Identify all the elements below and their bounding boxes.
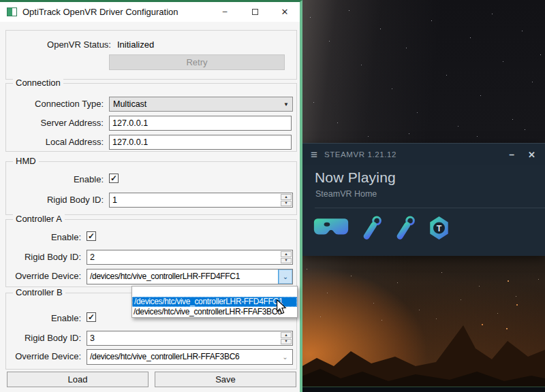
- close-button[interactable]: ✕: [528, 150, 535, 159]
- hmd-group: HMD Enable: ✓ Rigid Body ID: ▲ ▼: [5, 161, 297, 215]
- spin-down-icon[interactable]: ▼: [281, 339, 292, 345]
- controller-b-id-input[interactable]: [87, 331, 292, 345]
- maximize-box: [252, 9, 258, 15]
- optitrack-window: OptiTrack OpenVR Driver Configuration – …: [0, 0, 302, 392]
- controller-a-enable-label: Enable:: [6, 232, 81, 242]
- combo-arrow-icon: ▼: [280, 101, 292, 108]
- app-icon: [7, 7, 17, 16]
- controller-icon[interactable]: [362, 216, 382, 240]
- controller-b-id-field-box: ▲ ▼: [87, 331, 293, 346]
- hmd-group-title: HMD: [13, 157, 39, 166]
- steamvr-window: ≡ STEAMVR 1.21.12 – ✕ Now Playing SteamV…: [302, 143, 545, 256]
- hmd-id-input[interactable]: [110, 193, 292, 207]
- tracker-letter: T: [437, 224, 442, 233]
- separator: [315, 208, 545, 208]
- tracker-icon[interactable]: T: [429, 216, 450, 240]
- minimize-icon[interactable]: –: [210, 2, 240, 22]
- retry-button[interactable]: Retry: [109, 54, 285, 70]
- hmd-enable-label: Enable:: [6, 174, 104, 184]
- controller-b-enable-label: Enable:: [6, 313, 81, 323]
- controller-a-enable-checkbox[interactable]: ✓: [87, 231, 96, 241]
- server-address-input[interactable]: [110, 116, 291, 130]
- controller-a-id-label: Rigid Body ID:: [6, 252, 81, 262]
- status-group: OpenVR Status: Initialized Retry: [5, 30, 297, 80]
- spin-down-icon[interactable]: ▼: [281, 201, 292, 207]
- hmd-id-field-box: ▲ ▼: [109, 193, 293, 208]
- controller-a-override-value: /devices/htc/vive_controllerLHR-FFD4FFC1: [87, 270, 278, 284]
- spin-down-icon[interactable]: ▼: [281, 258, 292, 264]
- dialog-titlebar[interactable]: OptiTrack OpenVR Driver Configuration – …: [0, 2, 300, 22]
- connection-type-label: Connection Type:: [6, 99, 104, 109]
- hmd-id-label: Rigid Body ID:: [6, 195, 104, 205]
- controller-a-override-label: Override Device:: [6, 271, 81, 281]
- screen: ≡ STEAMVR 1.21.12 – ✕ Now Playing SteamV…: [0, 0, 545, 392]
- maximize-icon[interactable]: [240, 2, 270, 22]
- window-controls: – ✕: [210, 2, 300, 22]
- headset-icon[interactable]: [313, 218, 349, 238]
- local-address-label: Local Address:: [6, 137, 104, 147]
- connection-type-select[interactable]: Multicast ▼: [109, 97, 293, 112]
- openvr-status-label: OpenVR Status:: [12, 39, 111, 50]
- current-app-label: SteamVR Home: [315, 189, 545, 199]
- chevron-down-icon[interactable]: ⌄: [278, 270, 292, 284]
- mountains-silhouette: [300, 318, 545, 387]
- server-address-label: Server Address:: [6, 118, 104, 128]
- controller-b-override-label: Override Device:: [6, 351, 81, 361]
- override-device-dropdown-list: /devices/htc/vive_controllerLHR-FFD4FFC1…: [131, 286, 298, 318]
- connection-group-title: Connection: [13, 78, 63, 88]
- dialog-title: OptiTrack OpenVR Driver Configuration: [22, 7, 178, 17]
- now-playing-label: Now Playing: [315, 169, 545, 186]
- controller-a-id-field-box: ▲ ▼: [87, 250, 293, 265]
- device-status-row: T: [302, 216, 545, 240]
- spin-up-icon[interactable]: ▲: [281, 332, 292, 338]
- controller-b-enable-checkbox[interactable]: ✓: [87, 312, 96, 322]
- connection-group: Connection Connection Type: Multicast ▼ …: [5, 83, 297, 152]
- controller-a-override-combo[interactable]: /devices/htc/vive_controllerLHR-FFD4FFC1…: [87, 269, 293, 284]
- hmd-enable-checkbox[interactable]: ✓: [109, 174, 119, 183]
- dropdown-option-empty[interactable]: [132, 287, 297, 297]
- chevron-down-icon[interactable]: ⌄: [278, 350, 292, 364]
- openvr-status-value: Initialized: [117, 39, 154, 50]
- hmd-id-spinner: ▲ ▼: [281, 194, 292, 206]
- steamvr-title: STEAMVR 1.21.12: [324, 150, 396, 159]
- mouse-cursor: [277, 299, 287, 316]
- controller-b-override-combo[interactable]: /devices/htc/vive_controllerLHR-FFAF3BC6…: [87, 349, 293, 365]
- local-address-input[interactable]: [110, 135, 291, 149]
- controller-a-id-spinner: ▲ ▼: [281, 251, 292, 263]
- controller-b-id-label: Rigid Body ID:: [6, 333, 81, 343]
- menu-icon[interactable]: ≡: [311, 149, 317, 161]
- spin-up-icon[interactable]: ▲: [281, 194, 292, 200]
- controller-b-group-title: Controller B: [13, 288, 65, 297]
- dropdown-option[interactable]: /devices/htc/vive_controllerLHR-FFAF3BC6: [132, 307, 297, 317]
- dropdown-option-selected[interactable]: /devices/htc/vive_controllerLHR-FFD4FFC1: [132, 297, 297, 307]
- local-address-field-box: [109, 135, 292, 150]
- controller-a-group: Controller A Enable: ✓ Rigid Body ID: ▲ …: [5, 219, 297, 287]
- server-address-field-box: [109, 116, 292, 131]
- connection-type-value: Multicast: [110, 99, 280, 109]
- controller-icon[interactable]: [395, 216, 416, 240]
- save-button[interactable]: Save: [155, 372, 296, 387]
- controller-b-id-spinner: ▲ ▼: [281, 332, 292, 344]
- controller-a-id-input[interactable]: [87, 250, 292, 264]
- controller-a-group-title: Controller A: [13, 214, 65, 224]
- steamvr-titlebar[interactable]: ≡ STEAMVR 1.21.12 – ✕: [302, 144, 545, 165]
- controller-b-override-value: /devices/htc/vive_controllerLHR-FFAF3BC6: [87, 350, 278, 364]
- minimize-button[interactable]: –: [509, 150, 514, 159]
- spin-up-icon[interactable]: ▲: [281, 251, 292, 257]
- screen-bottom-strip: [300, 387, 545, 392]
- load-button[interactable]: Load: [7, 372, 149, 387]
- close-icon[interactable]: ✕: [270, 2, 300, 22]
